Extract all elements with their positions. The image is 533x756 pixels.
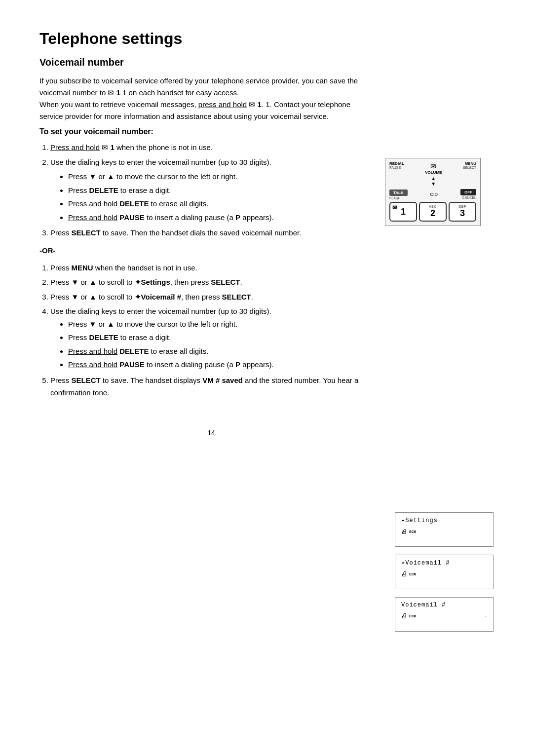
screen-box-2: ✦Voicemail # 🖨ECO bbox=[395, 555, 494, 589]
talk-btn: TALK bbox=[389, 189, 408, 196]
screen-box-3: Voicemail # 🖨ECO - bbox=[395, 597, 494, 632]
or-step-3: Press ▼ or ▲ to scroll to ✦Voicemail #, … bbox=[50, 291, 494, 303]
phone-diagram: REDIAL PAUSE ✉ VOLUME ▲▼ MENU SELECT TAL… bbox=[385, 158, 494, 226]
eco-label-3: ECO bbox=[409, 614, 416, 618]
key-1-icon: ✉ bbox=[392, 204, 397, 211]
screen1-line2: 🖨ECO bbox=[401, 528, 487, 535]
key-2: ABC 2 bbox=[419, 202, 447, 222]
key-1: ✉ 1 bbox=[389, 202, 417, 222]
page-title: Telephone settings bbox=[39, 30, 494, 48]
off-btn: OFF bbox=[460, 189, 476, 195]
step-1: Press and hold ✉ 1 when the phone is not… bbox=[50, 141, 494, 154]
printer-icon-1: 🖨 bbox=[401, 528, 408, 535]
screen2-line1: ✦Voicemail # bbox=[401, 559, 487, 567]
press-hold-link: press and hold bbox=[198, 100, 247, 109]
intro-paragraph: If you subscribe to voicemail service of… bbox=[39, 75, 494, 122]
set-voicemail-heading: To set your voicemail number: bbox=[39, 127, 494, 136]
or-step4-bullets: Press ▼ or ▲ to move the cursor to the l… bbox=[68, 318, 494, 371]
voicemail-icon-inline2: ✉ bbox=[249, 100, 257, 109]
intro-bold-1: 1 bbox=[116, 88, 120, 97]
step1-underline: Press and hold bbox=[50, 143, 100, 151]
screen-box-1: ✦Settings 🖨ECO bbox=[395, 512, 494, 547]
voicemail-icon: ✉ bbox=[430, 162, 436, 170]
flash-label: FLASH bbox=[389, 196, 401, 200]
screen3-line1: Voicemail # bbox=[401, 602, 487, 608]
or-step-2: Press ▼ or ▲ to scroll to ✦Settings, the… bbox=[50, 276, 494, 289]
redial-label: REDIAL bbox=[389, 161, 404, 166]
or-bullet-4: Press and hold PAUSE to insert a dialing… bbox=[68, 358, 494, 371]
eco-label-1: ECO bbox=[409, 529, 416, 534]
step1-bold: 1 bbox=[110, 143, 114, 151]
printer-icon-3: 🖨 bbox=[401, 612, 408, 620]
or-steps: Press MENU when the handset is not in us… bbox=[50, 262, 494, 399]
key-3-sub: DEF bbox=[458, 205, 466, 208]
key-3: DEF 3 bbox=[449, 202, 476, 222]
cancel-label: CANCEL bbox=[462, 196, 476, 199]
menu-label: MENU bbox=[464, 161, 476, 166]
or-bullet-3: Press and hold DELETE to erase all digit… bbox=[68, 345, 494, 358]
voicemail-icon-inline: ✉ bbox=[108, 88, 116, 97]
screen2-line2: 🖨ECO bbox=[401, 570, 487, 578]
screen3-line2: 🖨ECO - bbox=[401, 612, 487, 620]
or-step-1: Press MENU when the handset is not in us… bbox=[50, 262, 494, 274]
or-bullet-1: Press ▼ or ▲ to move the cursor to the l… bbox=[68, 318, 494, 331]
intro-bold-2: 1 bbox=[258, 100, 262, 109]
cid-label: CID bbox=[430, 192, 438, 197]
screen-diagrams: ✦Settings 🖨ECO ✦Voicemail # 🖨ECO Voicema… bbox=[395, 512, 494, 640]
or-bullet-2: Press DELETE to erase a digit. bbox=[68, 331, 494, 344]
volume-arrows: ▲▼ bbox=[431, 176, 436, 187]
step1-text: when the phone is not in use. bbox=[116, 143, 213, 151]
page-number: 14 bbox=[39, 429, 494, 437]
pause-label: PAUSE bbox=[389, 166, 401, 169]
section-subtitle: Voicemail number bbox=[39, 57, 494, 68]
voicemail-icon-step1: ✉ bbox=[102, 143, 110, 151]
eco-label-2: ECO bbox=[409, 572, 416, 576]
or-step-4: Use the dialing keys to enter the voicem… bbox=[50, 305, 494, 371]
screen1-line1: ✦Settings bbox=[401, 517, 487, 524]
or-step-5: Press SELECT to save. The handset displa… bbox=[50, 374, 494, 399]
or-divider: -OR- bbox=[39, 246, 494, 255]
volume-label: VOLUME bbox=[425, 170, 442, 175]
select-label: SELECT bbox=[463, 166, 476, 169]
key-2-sub: ABC bbox=[429, 205, 437, 208]
step-3: Press SELECT to save. Then the handset d… bbox=[50, 227, 494, 239]
printer-icon-2: 🖨 bbox=[401, 570, 408, 578]
screen3-dash: - bbox=[484, 613, 487, 619]
phone-buttons: REDIAL PAUSE ✉ VOLUME ▲▼ MENU SELECT TAL… bbox=[385, 158, 481, 226]
